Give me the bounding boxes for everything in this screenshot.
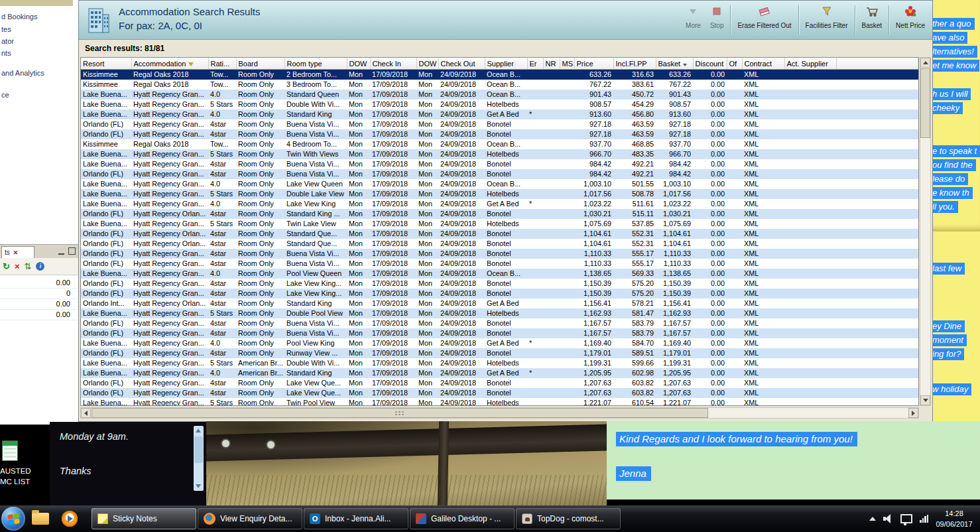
table-row[interactable]: Orlando (FL)Hyatt Regency Gran...4starRo… bbox=[81, 119, 918, 129]
hidden-icons-chevron-icon[interactable] bbox=[869, 517, 876, 521]
table-row[interactable]: Orlando (FL)Hyatt Regency Orlan...4starR… bbox=[81, 209, 918, 219]
subpanel-tab[interactable]: ts ✕ bbox=[1, 246, 34, 258]
taskbar-button-outlook[interactable]: Inbox - Jenna.Ali... bbox=[304, 508, 408, 529]
table-row[interactable]: Orlando (FL)Hyatt Regency Gran...4starRo… bbox=[81, 318, 918, 328]
table-row[interactable]: Lake Buena...Hyatt Regency Gran...4.0Ame… bbox=[81, 368, 918, 378]
nett-price-button[interactable]: Nett Price bbox=[891, 2, 930, 38]
column-header-rati-[interactable]: Rati... bbox=[208, 58, 236, 70]
start-button[interactable] bbox=[1, 507, 25, 531]
table-row[interactable]: Orlando (FL)Hyatt Regency Gran...4starRo… bbox=[81, 378, 918, 388]
float-icon[interactable] bbox=[68, 247, 76, 255]
column-header-price[interactable]: Price bbox=[574, 58, 613, 70]
table-row[interactable]: Orlando (FL)Hyatt Regency Gran...4starRo… bbox=[81, 169, 918, 179]
facilities-filter-button[interactable]: Facilities Filter bbox=[801, 2, 853, 38]
table-row[interactable]: KissimmeeRegal Oaks 2018Tow...Room Only2… bbox=[81, 70, 918, 80]
column-header-dow[interactable]: DOW bbox=[416, 58, 438, 70]
horizontal-scroll-thumb[interactable] bbox=[92, 408, 708, 418]
delete-icon[interactable]: × bbox=[15, 262, 20, 271]
stop-button[interactable]: Stop bbox=[705, 2, 729, 38]
column-header-resort[interactable]: Resort bbox=[81, 58, 131, 70]
taskbar-button-topdog[interactable]: TopDog - comost... bbox=[516, 508, 621, 529]
transfer-icon[interactable]: ⇅ bbox=[25, 262, 32, 271]
table-row[interactable]: Lake Buena...Hyatt Regency Gran...4.0Roo… bbox=[81, 338, 918, 348]
table-row[interactable]: Orlando (FL)Hyatt Regency Gran...4starRo… bbox=[81, 348, 918, 358]
column-header-er[interactable]: Er bbox=[527, 58, 543, 70]
table-row[interactable]: Lake Buena...Hyatt Regency Gran...5 Star… bbox=[81, 100, 918, 109]
table-row[interactable]: Lake Buena...Hyatt Regency Gran...4.0Roo… bbox=[81, 199, 918, 209]
table-row[interactable]: KissimmeeRegal Oaks 2018Tow...Room Only3… bbox=[81, 80, 918, 90]
table-row[interactable]: Lake Buena...Hyatt Regency Gran...4.0Roo… bbox=[81, 90, 918, 100]
table-row[interactable]: Orlando (FL)Hyatt Regency Gran...4starRo… bbox=[81, 388, 918, 398]
column-header-incl-fl-pp[interactable]: Incl.Fl.PP bbox=[613, 58, 656, 70]
refresh-icon[interactable]: ↻ bbox=[3, 262, 10, 271]
basket-button[interactable]: Basket bbox=[857, 2, 887, 38]
table-row[interactable]: Lake Buena...Hyatt Regency Gran...5 Star… bbox=[81, 219, 918, 229]
taskbar-clock[interactable]: 14:28 09/06/2017 bbox=[931, 508, 977, 529]
table-row[interactable]: Orlando (FL)Hyatt Regency Orlan...4starR… bbox=[81, 239, 918, 249]
table-row[interactable]: Orlando (FL)Hyatt Regency Gran...4starRo… bbox=[81, 259, 918, 269]
column-header-ms[interactable]: MS bbox=[560, 58, 574, 70]
column-header-room-type[interactable]: Room type bbox=[284, 58, 347, 70]
menu-item[interactable]: and Analytics bbox=[1, 69, 44, 77]
scroll-thumb[interactable] bbox=[194, 436, 203, 463]
table-row[interactable]: Lake Buena...Hyatt Regency Gran...5 Star… bbox=[81, 358, 918, 368]
table-row[interactable]: KissimmeeRegal Oaks 2018Tow...Room Only4… bbox=[81, 139, 918, 149]
menu-item[interactable]: tes bbox=[1, 25, 11, 33]
column-header-supplier[interactable]: Supplier bbox=[485, 58, 527, 70]
column-header-board[interactable]: Board bbox=[236, 58, 284, 70]
scroll-left-icon[interactable] bbox=[81, 408, 91, 418]
column-header-check-in[interactable]: Check In bbox=[370, 58, 416, 70]
network-icon[interactable] bbox=[920, 515, 928, 523]
table-row[interactable]: Orlando (FL)Hyatt Regency Gran...4starRo… bbox=[81, 279, 918, 289]
column-header-basket[interactable]: Basket bbox=[656, 58, 693, 70]
sticky-note-top[interactable]: ther a quoave alsolternatives!et me know… bbox=[933, 0, 980, 231]
note-scrollbar[interactable] bbox=[194, 426, 204, 491]
horizontal-scrollbar[interactable] bbox=[80, 407, 919, 419]
media-player-button[interactable] bbox=[58, 505, 81, 532]
column-header-accommodation[interactable]: Accommodation bbox=[131, 58, 208, 70]
table-row[interactable]: Lake Buena...Hyatt Regency Gran...4.0Roo… bbox=[81, 109, 918, 119]
green-sticky-note[interactable]: Kind Regards and I look forward to heari… bbox=[607, 421, 980, 499]
volume-icon[interactable] bbox=[883, 514, 893, 523]
taskbar-button-sticky-notes[interactable]: Sticky Notes bbox=[92, 508, 196, 529]
menu-item[interactable]: nts bbox=[1, 49, 11, 57]
table-row[interactable]: Lake Buena...Hyatt Regency Gran...5 Star… bbox=[81, 189, 918, 199]
minimize-icon[interactable] bbox=[58, 247, 64, 255]
dark-sticky-note[interactable]: Monday at 9am. Thanks bbox=[50, 422, 206, 505]
scroll-down-icon[interactable] bbox=[920, 395, 930, 405]
vertical-scrollbar[interactable] bbox=[920, 57, 931, 406]
column-header-nr[interactable]: NR bbox=[543, 58, 560, 70]
column-header-contract[interactable]: Contract bbox=[742, 58, 784, 70]
table-row[interactable]: Orlando (FL)Hyatt Regency Gran...4starRo… bbox=[81, 249, 918, 259]
table-row[interactable]: Lake Buena...Hyatt Regency Gran...4.0Roo… bbox=[81, 179, 918, 189]
table-row[interactable]: Lake Buena...Hyatt Regency Gran...5 Star… bbox=[81, 398, 918, 406]
selected-menu-strip[interactable] bbox=[0, 0, 73, 6]
table-row[interactable]: Orlando (FL)Hyatt Regency Gran...4starRo… bbox=[81, 328, 918, 338]
more-button[interactable]: More bbox=[681, 2, 705, 38]
table-row[interactable]: Orlando (FL)Hyatt Regency Gran...4starRo… bbox=[81, 129, 918, 139]
scroll-up-icon[interactable] bbox=[196, 429, 201, 432]
menu-item[interactable]: ce bbox=[1, 91, 9, 99]
table-row[interactable]: Orlando (FL)Hyatt Regency Gran...4starRo… bbox=[81, 289, 918, 299]
table-row[interactable]: Lake Buena...Hyatt Regency Gran...4starR… bbox=[81, 159, 918, 169]
scroll-right-icon[interactable] bbox=[908, 408, 918, 418]
column-header-act-supplier[interactable]: Act. Supplier bbox=[784, 58, 836, 70]
table-row[interactable]: Orlando Int...Hyatt Regency Orlan...4sta… bbox=[81, 299, 918, 308]
sticky-note-bottom[interactable]: last fewey Dinemomenting for?w holiday bbox=[933, 231, 980, 421]
column-header-dow[interactable]: DOW bbox=[347, 58, 370, 70]
column-header-discount[interactable]: Discount bbox=[693, 58, 727, 70]
erase-filtered-button[interactable]: Erase Filtered Out bbox=[733, 2, 796, 38]
filter-icon[interactable] bbox=[188, 62, 194, 66]
close-icon[interactable]: ✕ bbox=[13, 249, 19, 256]
display-icon[interactable] bbox=[900, 514, 912, 523]
menu-item[interactable]: d Bookings bbox=[1, 13, 37, 21]
taskbar-button-galileo[interactable]: Galileo Desktop - ... bbox=[410, 508, 515, 529]
info-icon[interactable]: i bbox=[36, 262, 44, 271]
scroll-down-icon[interactable] bbox=[196, 484, 201, 488]
menu-item[interactable]: ator bbox=[1, 37, 14, 45]
column-header-check-out[interactable]: Check Out bbox=[438, 58, 485, 70]
sort-icon[interactable] bbox=[683, 64, 687, 66]
taskbar-button-firefox[interactable]: View Enquiry Deta... bbox=[198, 508, 302, 529]
table-row[interactable]: Lake Buena...Hyatt Regency Gran...4.0Roo… bbox=[81, 269, 918, 279]
vertical-scroll-thumb[interactable] bbox=[920, 68, 930, 138]
